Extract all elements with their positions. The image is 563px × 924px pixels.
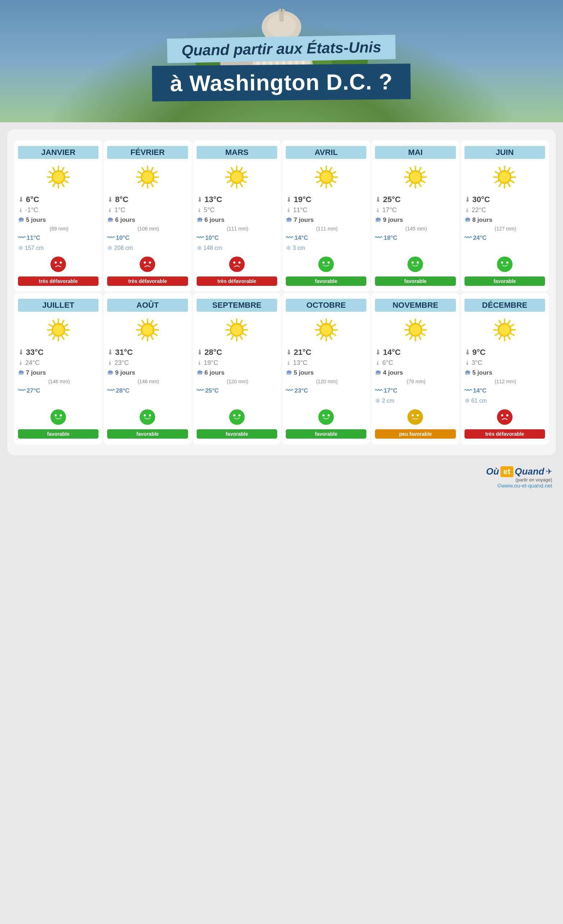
rating-face [228, 408, 246, 427]
svg-point-55 [144, 261, 146, 264]
thermometer-high-icon: 🌡 [18, 349, 24, 356]
rain-icon: 🌧 [18, 216, 24, 224]
rain-mm: (120 mm) [225, 379, 248, 384]
svg-point-37 [51, 256, 66, 272]
month-card-janvier: JANVIER 🌡 6°C 🌡 -1°C 🌧 5 jours (89 mm) 〰… [14, 140, 102, 292]
rain-icon: 🌧 [197, 369, 203, 376]
thermometer-high-icon: 🌡 [286, 196, 292, 204]
temp-low: -1°C [25, 206, 38, 214]
svg-point-139 [51, 409, 66, 424]
svg-line-163 [231, 336, 233, 339]
rain-row: 🌧 6 jours [197, 216, 277, 224]
temp-high-row: 🌡 13°C [197, 195, 277, 204]
temp-high-row: 🌡 33°C [18, 348, 99, 357]
svg-line-161 [240, 336, 242, 339]
sea-row: 〰 24°C [464, 234, 545, 242]
temp-high: 21°C [294, 348, 311, 357]
svg-point-105 [408, 256, 423, 272]
svg-line-164 [228, 333, 230, 335]
svg-line-42 [152, 183, 153, 186]
svg-point-140 [55, 414, 57, 416]
temp-high: 30°C [472, 195, 490, 204]
month-card-février: FÉVRIER 🌡 8°C 🌡 1°C 🌧 6 jours (108 mm) 〰… [104, 140, 191, 292]
thermometer-high-icon: 🌡 [375, 349, 381, 356]
svg-line-201 [410, 320, 411, 323]
svg-line-136 [65, 324, 68, 326]
sun-icon [133, 162, 162, 191]
svg-line-34 [65, 171, 68, 173]
svg-line-183 [317, 324, 320, 326]
svg-line-181 [317, 333, 320, 335]
sea-temp: 24°C [473, 234, 487, 242]
sea-row: 〰 10°C [107, 234, 188, 242]
sea-row: 〰 14°C [286, 234, 366, 242]
temp-high: 14°C [383, 348, 401, 357]
month-name: FÉVRIER [107, 146, 188, 159]
svg-line-169 [240, 320, 242, 323]
sea-temp: 10°C [116, 234, 129, 242]
rating-face [50, 408, 67, 427]
svg-point-174 [233, 414, 236, 416]
thermometer-low-icon: 🌡 [18, 360, 24, 366]
temp-low-row: 🌡 17°C [375, 206, 455, 214]
rating-face [407, 408, 424, 427]
svg-point-39 [60, 261, 62, 264]
thermometer-high-icon: 🌡 [286, 349, 292, 356]
rating-badge: favorable [375, 276, 455, 286]
sea-row: 〰 14°C [464, 387, 545, 395]
rain-icon: 🌧 [18, 369, 24, 376]
svg-line-84 [330, 168, 332, 170]
temp-high-row: 🌡 28°C [197, 348, 277, 357]
svg-line-24 [65, 180, 68, 182]
thermometer-low-icon: 🌡 [375, 207, 381, 214]
temp-high: 19°C [294, 195, 311, 204]
svg-point-191 [323, 414, 325, 416]
rating-face [139, 256, 156, 274]
temp-low: 5°C [204, 206, 215, 214]
footer: Où et Quand ✈ (partir en voyage) ©www.ou… [0, 462, 563, 496]
rain-days: 9 jours [115, 369, 135, 376]
svg-line-33 [62, 168, 64, 170]
temp-high-row: 🌡 21°C [286, 348, 366, 357]
snow-row: ❄ 208 cm [107, 244, 188, 252]
month-name: MARS [197, 146, 277, 159]
svg-line-149 [138, 324, 141, 326]
sea-row: 〰 23°C [286, 387, 366, 395]
rain-days: 7 jours [294, 216, 314, 224]
sea-icon: 〰 [286, 387, 293, 395]
month-name: MAI [375, 146, 455, 159]
svg-line-45 [138, 180, 141, 182]
rain-icon: 🌧 [464, 216, 471, 224]
main-content: JANVIER 🌡 6°C 🌡 -1°C 🌧 5 jours (89 mm) 〰… [7, 129, 556, 455]
rating-badge: très défavorable [18, 276, 99, 286]
temp-low-row: 🌡 5°C [197, 206, 277, 214]
month-card-juillet: JUILLET 🌡 33°C 🌡 24°C 🌧 7 jours (146 mm)… [14, 293, 102, 444]
month-name: OCTOBRE [286, 299, 366, 312]
snow-row: ❄ 2 cm [375, 397, 455, 405]
title-banner: à Washington D.C. ? [152, 63, 411, 101]
snow-icon: ❄ [286, 244, 291, 252]
rain-row: 🌧 6 jours [197, 369, 277, 376]
svg-line-96 [406, 180, 409, 182]
thermometer-low-icon: 🌡 [464, 360, 470, 366]
rain-icon: 🌧 [375, 369, 381, 376]
rating-face [317, 408, 335, 427]
temp-high: 8°C [115, 195, 128, 204]
rating-face [407, 256, 424, 274]
svg-line-25 [62, 183, 64, 186]
rain-mm: (146 mm) [136, 379, 159, 384]
month-card-novembre: NOVEMBRE 🌡 14°C 🌡 6°C 🌧 4 jours (79 mm) … [371, 293, 459, 444]
temp-high: 33°C [26, 348, 44, 357]
rating-badge: favorable [286, 429, 366, 439]
snow-icon: ❄ [197, 244, 202, 252]
rain-icon: 🌧 [286, 216, 292, 224]
temp-low-row: 🌡 1°C [107, 206, 188, 214]
temp-low-row: 🌡 6°C [375, 359, 455, 367]
rain-mm: (111 mm) [225, 226, 248, 231]
sun-icon [312, 315, 341, 344]
months-grid: JANVIER 🌡 6°C 🌡 -1°C 🌧 5 jours (89 mm) 〰… [14, 140, 549, 444]
rain-icon: 🌧 [107, 369, 114, 376]
temp-low-row: 🌡 23°C [107, 359, 188, 367]
svg-point-106 [411, 261, 414, 264]
sea-temp: 27°C [27, 387, 40, 394]
